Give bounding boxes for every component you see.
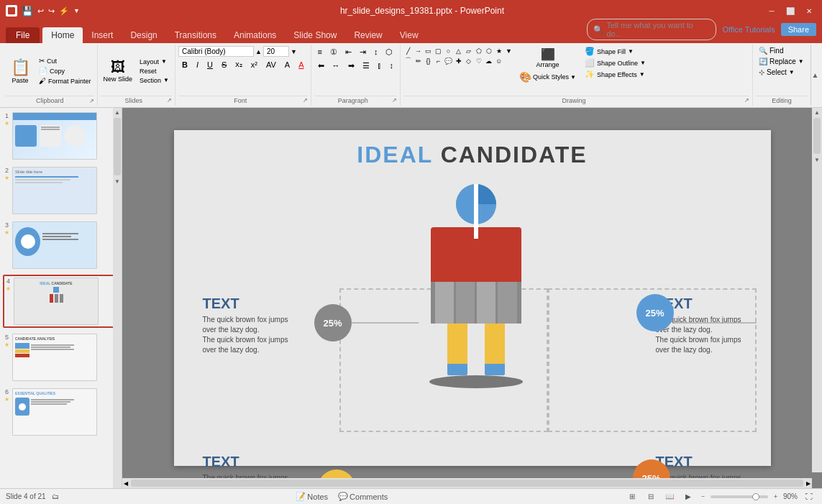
align-center-button[interactable]: ↔ xyxy=(329,60,344,72)
tab-home[interactable]: Home xyxy=(42,27,83,43)
minimize-button[interactable]: ─ xyxy=(764,4,779,18)
align-right-button[interactable]: ➡ xyxy=(344,60,358,72)
brace-shape[interactable]: ⌐ xyxy=(434,56,443,65)
strikethrough-button[interactable]: S xyxy=(218,59,230,70)
share-button[interactable]: Share xyxy=(781,23,816,36)
zoom-in-button[interactable]: ＋ xyxy=(772,492,779,501)
slide-sorter-button[interactable]: ⊟ xyxy=(644,491,658,503)
fit-window-button[interactable]: ⛶ xyxy=(802,491,816,503)
save-icon[interactable]: 💾 xyxy=(22,6,33,17)
section-button[interactable]: Section▼ xyxy=(137,76,172,85)
cut-button[interactable]: ✂Cut xyxy=(36,56,94,65)
reading-view-button[interactable]: 📖 xyxy=(662,491,677,503)
arrow-shape[interactable]: → xyxy=(414,46,423,55)
hexagon-shape[interactable]: ⬡ xyxy=(484,46,493,55)
redo-icon[interactable]: ↪ xyxy=(48,6,55,16)
zoom-thumb[interactable] xyxy=(752,493,759,500)
tab-transitions[interactable]: Transitions xyxy=(166,27,225,43)
more-shapes[interactable]: ▼ xyxy=(504,46,513,55)
slide-thumb-4[interactable]: IDEAL CANDIDATE xyxy=(14,278,99,325)
tab-view[interactable]: View xyxy=(391,27,427,43)
align-left-button[interactable]: ⬅ xyxy=(314,60,328,72)
font-size-dropdown[interactable]: 20 xyxy=(263,46,289,57)
decrease-indent-button[interactable]: ⇤ xyxy=(342,46,355,58)
freeform-shape[interactable]: ✏ xyxy=(414,56,423,65)
line-spacing-button[interactable]: ↕ xyxy=(386,60,398,72)
paragraph-expand[interactable]: ↗ xyxy=(392,97,397,104)
slide-item-5[interactable]: 5 ★ CANDIDATE ANALYSIS xyxy=(3,332,119,382)
copy-button[interactable]: 📄Copy xyxy=(36,66,94,75)
canvas-hscroll-thumb[interactable] xyxy=(131,480,803,487)
diamond-shape[interactable]: ◇ xyxy=(464,56,473,65)
canvas-scroll-right[interactable]: ▶ xyxy=(805,480,812,487)
slide-item-1[interactable]: 1 ★ xyxy=(3,111,119,161)
tab-slideshow[interactable]: Slide Show xyxy=(285,27,345,43)
slide-item-6[interactable]: 6 ★ ESSENTIAL QUALITIES xyxy=(3,387,119,437)
font-color-button[interactable]: A xyxy=(295,59,307,70)
font-expand[interactable]: ↗ xyxy=(303,97,308,104)
restore-button[interactable]: ⬜ xyxy=(783,4,798,18)
text-direction-button[interactable]: ↕ xyxy=(370,46,382,58)
quick-styles-button[interactable]: 🎨 Quick Styles ▼ xyxy=(516,70,579,83)
parallelogram-shape[interactable]: ▱ xyxy=(464,46,473,55)
slide-thumb-1[interactable] xyxy=(12,112,97,160)
rounded-rect-shape[interactable]: ▢ xyxy=(434,46,443,55)
format-painter-button[interactable]: 🖌Format Painter xyxy=(36,76,94,86)
scroll-thumb[interactable] xyxy=(114,118,121,175)
bracket-shape[interactable]: {} xyxy=(424,56,433,65)
shape-effects-button[interactable]: ✨ Shape Effects ▼ xyxy=(582,69,649,80)
canvas-vscrollbar[interactable]: ▲ ▼ xyxy=(812,108,822,472)
replace-button[interactable]: 🔄Replace ▼ xyxy=(756,57,808,66)
numbering-button[interactable]: ① xyxy=(326,46,341,58)
cloud-shape[interactable]: ☁ xyxy=(484,56,493,65)
undo-icon[interactable]: ↩ xyxy=(37,6,44,16)
char-spacing-button[interactable]: AV xyxy=(262,59,280,70)
drawing-expand[interactable]: ↗ xyxy=(744,97,749,104)
dropdown-arrow[interactable]: ▼ xyxy=(73,7,80,14)
slide-thumb-6[interactable]: ESSENTIAL QUALITIES xyxy=(12,388,97,436)
slides-scrollbar[interactable]: ▲ ▼ xyxy=(113,108,122,488)
normal-view-button[interactable]: ⊞ xyxy=(625,491,639,503)
convert-to-smartart-button[interactable]: ⬡ xyxy=(382,46,396,58)
rect-shape[interactable]: ▭ xyxy=(424,46,433,55)
justify-button[interactable]: ☰ xyxy=(359,60,373,72)
select-button[interactable]: ⊹Select ▼ xyxy=(756,68,808,77)
bullets-button[interactable]: ≡ xyxy=(314,46,326,58)
slide-item-3[interactable]: 3 ★ xyxy=(3,220,119,270)
canvas-hscrollbar[interactable]: ◀ ▶ xyxy=(122,478,812,488)
shape-fill-button[interactable]: 🪣 Shape Fill ▼ xyxy=(582,46,649,57)
callout-shape[interactable]: 💬 xyxy=(444,56,453,65)
smiley-shape[interactable]: ☺ xyxy=(494,56,503,65)
slide-thumb-3[interactable] xyxy=(12,221,97,269)
slide-thumb-5[interactable]: CANDIDATE ANALYSIS xyxy=(12,334,97,381)
canvas-vscroll-thumb[interactable] xyxy=(813,118,821,154)
canvas-scroll-down[interactable]: ▼ xyxy=(813,155,821,164)
canvas-scroll-up[interactable]: ▲ xyxy=(813,108,821,116)
reset-button[interactable]: Reset xyxy=(137,67,172,75)
italic-button[interactable]: I xyxy=(193,59,202,70)
line-shape[interactable]: ╱ xyxy=(403,46,413,55)
shape-outline-button[interactable]: ⬜ Shape Outline ▼ xyxy=(582,58,649,68)
office-tutorials-link[interactable]: Office Tutorials xyxy=(722,25,775,34)
close-button[interactable]: ✕ xyxy=(802,4,816,18)
layout-button[interactable]: Layout▼ xyxy=(137,58,172,66)
slide-thumb-2[interactable]: Slide title here xyxy=(12,167,97,214)
heart-shape[interactable]: ♡ xyxy=(474,56,483,65)
find-button[interactable]: 🔍Find xyxy=(756,46,808,55)
slide-item-2[interactable]: 2 ★ Slide title here xyxy=(3,165,119,216)
slide-item-4[interactable]: 4 ★ IDEAL CANDIDATE xyxy=(3,275,119,328)
tab-design[interactable]: Design xyxy=(122,27,165,43)
tab-insert[interactable]: Insert xyxy=(83,27,122,43)
comments-button[interactable]: 💬 Comments xyxy=(334,490,391,503)
star-shape[interactable]: ★ xyxy=(494,46,503,55)
slides-expand[interactable]: ↗ xyxy=(167,97,172,104)
new-slide-button[interactable]: 🖼 New Slide xyxy=(101,58,136,84)
font-size-up[interactable]: ▲ xyxy=(255,48,262,55)
theme-icon[interactable]: 🗂 xyxy=(52,492,59,500)
canvas-scroll-left[interactable]: ◀ xyxy=(122,480,129,487)
scroll-down-arrow[interactable]: ▼ xyxy=(113,177,122,185)
tab-file[interactable]: File xyxy=(6,27,40,43)
cross-shape[interactable]: ✚ xyxy=(454,56,463,65)
autosave-icon[interactable]: ⚡ xyxy=(59,6,69,16)
zoom-slider[interactable] xyxy=(711,495,768,498)
